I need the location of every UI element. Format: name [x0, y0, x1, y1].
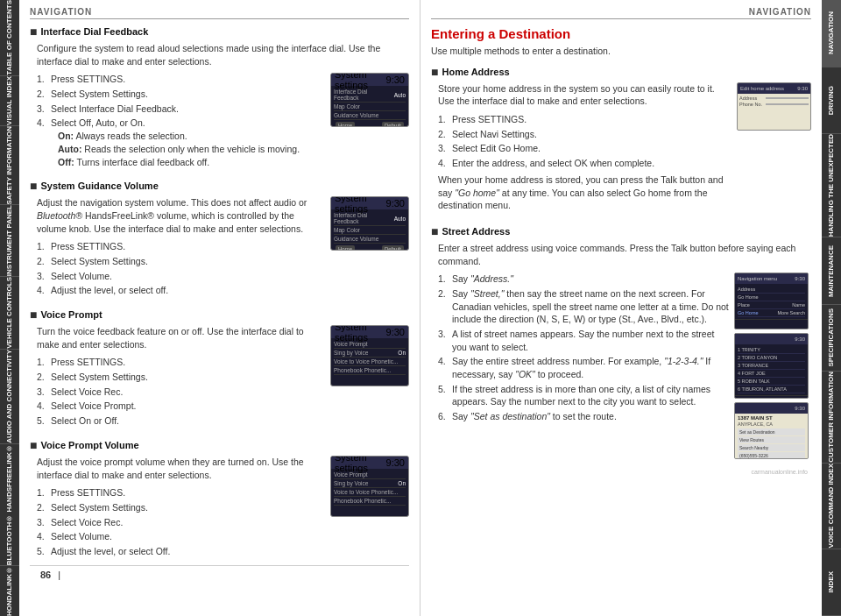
vpv-step-2: 2.Select System Settings.	[37, 501, 323, 514]
gv-step-3: 3.Select Volume.	[37, 270, 323, 283]
footer-bar: |	[58, 570, 60, 580]
sa-step-1: 1.Say "Address."	[438, 273, 729, 286]
idf-step-1: 1.Press SETTINGS.	[37, 73, 323, 86]
sidebar-item-maintenance[interactable]: MAINTENANCE	[822, 237, 841, 305]
bullet-icon: ■	[431, 65, 438, 79]
street-address-content: 1.Say "Address." 2.Say "Street," then sa…	[431, 273, 811, 459]
idf-screenshot: System settings 9:30 Interface Dial Feed…	[330, 73, 409, 127]
voice-prompt-intro: Turn the voice feedback feature on or of…	[37, 325, 323, 350]
bullet-icon: ■	[431, 224, 438, 238]
left-nav-header: NAVIGATION	[30, 7, 409, 19]
guidance-volume-heading: ■ System Guidance Volume	[30, 181, 409, 193]
vp-step-2: 2.Select System Settings.	[37, 371, 323, 384]
voice-prompt-volume-heading: ■ Voice Prompt Volume	[30, 440, 409, 452]
vpv-step-5: 5.Adjust the level, or select Off.	[37, 545, 323, 558]
ha-step-3: 3.Select Edit Go Home.	[438, 142, 730, 155]
ha-step-4: 4.Enter the address, and select OK when …	[438, 157, 730, 170]
sidebar-item-index[interactable]: INDEX	[822, 549, 841, 617]
sidebar-item-specifications[interactable]: SPECIFICATIONS	[822, 305, 841, 372]
voice-prompt-volume-content: Adjust the voice prompt volume when they…	[30, 456, 409, 562]
entering-destination-heading: Entering a Destination	[431, 26, 811, 41]
sa-step-3: 3.A list of street names appears. Say th…	[438, 328, 729, 353]
right-sidebar: NAVIGATION DRIVING HANDLING THE UNEXPECT…	[822, 0, 841, 616]
gv-screenshot: System settings 9:30 Interface Dial Feed…	[330, 196, 409, 251]
interface-dial-feedback-content: 1.Press SETTINGS. 2.Select System Settin…	[30, 73, 409, 172]
bullet-icon: ■	[30, 438, 37, 452]
vp-step-1: 1.Press SETTINGS.	[37, 356, 323, 369]
guidance-volume-content: Adjust the navigation system volume. Thi…	[30, 196, 409, 301]
vpv-step-3: 3.Select Voice Rec.	[37, 516, 323, 529]
sa-step-6: 6.Say "Set as destination" to set the ro…	[438, 410, 729, 423]
sidebar-item-navigation[interactable]: NAVIGATION	[822, 0, 841, 67]
street-address-intro: Enter a street address using voice comma…	[438, 242, 811, 267]
vp-step-3: 3.Select Voice Rec.	[37, 386, 323, 399]
sa-step-list: 1.Say "Address." 2.Say "Street," then sa…	[438, 273, 729, 423]
main-content: NAVIGATION ■ Interface Dial Feedback Con…	[19, 0, 822, 616]
voice-prompt-heading: ■ Voice Prompt	[30, 309, 409, 322]
content-columns: NAVIGATION ■ Interface Dial Feedback Con…	[19, 0, 822, 616]
sidebar-item-bluetooth[interactable]: BLUETOOTH® HANDSFREELINK®	[0, 444, 19, 566]
ha-step-list: 1.Press SETTINGS. 2.Select Navi Settings…	[438, 113, 730, 170]
left-column: NAVIGATION ■ Interface Dial Feedback Con…	[19, 0, 420, 616]
sidebar-item-audio-connectivity[interactable]: AUDIO AND CONNECTIVITY	[0, 350, 19, 444]
home-address-intro: Store your home address in the system so…	[438, 82, 730, 108]
sidebar-item-visual-index[interactable]: VISUAL INDEX	[0, 76, 19, 126]
bullet-icon: ■	[30, 25, 37, 39]
guidance-volume-intro: Adjust the navigation system volume. Thi…	[37, 196, 323, 235]
sa-step-5: 5.If the street address is in more than …	[438, 383, 729, 408]
sidebar-item-vehicle-controls[interactable]: VEHICLE CONTROLS	[0, 277, 19, 350]
right-column: NAVIGATION Entering a Destination Use mu…	[420, 0, 822, 616]
home-address-screenshot: Edit home address 9:30 Address Phone No.	[737, 82, 811, 131]
ha-step-1: 1.Press SETTINGS.	[438, 113, 730, 126]
street-address-steps: 1.Say "Address." 2.Say "Street," then sa…	[431, 273, 729, 427]
sidebar-item-customer-information[interactable]: CUSTOMER INFORMATION	[822, 372, 841, 464]
vp-step-list: 1.Press SETTINGS. 2.Select System Settin…	[37, 356, 323, 427]
idf-step-4: 4. Select Off, Auto, or On. On: Always r…	[37, 117, 323, 168]
interface-dial-feedback-heading: ■ Interface Dial Feedback	[30, 26, 409, 39]
gv-step-1: 1.Press SETTINGS.	[37, 240, 323, 253]
vp-screenshot: System settings 9:30 Voice Prompt Sing b…	[330, 325, 409, 386]
home-address-note: When your home address is stored, you ca…	[438, 173, 730, 212]
idf-step-2: 2.Select System Settings.	[37, 88, 323, 101]
sa-step-4: 4.Say the entire street address number. …	[438, 355, 729, 380]
vpv-intro: Adjust the voice prompt volume when they…	[37, 456, 323, 481]
bullet-icon: ■	[30, 308, 37, 322]
interface-dial-feedback-intro: Configure the system to read aloud selec…	[37, 42, 409, 67]
sidebar-item-instrument-panel[interactable]: INSTRUMENT PANEL	[0, 205, 19, 277]
vpv-step-list: 1.Press SETTINGS. 2.Select System Settin…	[37, 486, 323, 557]
idf-step-list: 1.Press SETTINGS. 2.Select System Settin…	[37, 73, 323, 168]
home-address-content: Store your home address in the system so…	[431, 82, 811, 217]
nav-menu-screenshot: Navigation menu 9:30 Address Go Home Pla…	[734, 273, 809, 329]
sidebar-item-safety-information[interactable]: SAFETY INFORMATION	[0, 126, 19, 205]
page-footer: 86 |	[30, 565, 409, 584]
city-list-screenshot: 9:30 1 TRINITY 2 TORO CANYON 3 TORRANCE …	[734, 333, 809, 399]
vpv-step-1: 1.Press SETTINGS.	[37, 486, 323, 499]
voice-prompt-steps: Turn the voice feedback feature on or of…	[30, 325, 323, 431]
guidance-volume-steps: Adjust the navigation system volume. Thi…	[30, 196, 323, 301]
destination-map-screenshot: 9:30 1387 MAIN ST ANYPLACE, CA Set as De…	[734, 402, 809, 459]
left-sidebar: TABLE OF CONTENTS VISUAL INDEX SAFETY IN…	[0, 0, 19, 616]
gv-step-2: 2.Select System Settings.	[37, 255, 323, 268]
street-address-heading: ■ Street Address	[431, 226, 811, 238]
sidebar-item-voice-command-index[interactable]: VOICE COMMAND INDEX	[822, 464, 841, 549]
sidebar-item-handling-unexpected[interactable]: HANDLING THE UNEXPECTED	[822, 134, 841, 237]
interface-dial-feedback-steps: 1.Press SETTINGS. 2.Select System Settin…	[30, 73, 323, 172]
vp-step-5: 5.Select On or Off.	[37, 414, 323, 428]
gv-step-list: 1.Press SETTINGS. 2.Select System Settin…	[37, 240, 323, 297]
vp-step-4: 4.Select Voice Prompt.	[37, 400, 323, 413]
sa-step-2: 2.Say "Street," then say the street name…	[438, 287, 729, 326]
sidebar-item-table-of-contents[interactable]: TABLE OF CONTENTS	[0, 0, 19, 76]
sidebar-item-hondalink[interactable]: HONDALINK®	[0, 566, 19, 616]
watermark: carmanualonline.info	[751, 469, 808, 475]
vpv-step-4: 4.Select Volume.	[37, 530, 323, 543]
voice-prompt-volume-steps: Adjust the voice prompt volume when they…	[30, 456, 323, 562]
ha-step-2: 2.Select Navi Settings.	[438, 128, 730, 141]
entering-destination-intro: Use multiple methods to enter a destinat…	[431, 45, 811, 58]
home-address-heading: ■ Home Address	[431, 67, 811, 79]
watermark-container: carmanualonline.info	[431, 459, 811, 477]
voice-prompt-content: Turn the voice feedback feature on or of…	[30, 325, 409, 431]
idf-step-3: 3.Select Interface Dial Feedback.	[37, 103, 323, 116]
sidebar-item-driving[interactable]: DRIVING	[822, 67, 841, 135]
vpv-screenshot: System settings 9:30 Voice Prompt Sing b…	[330, 456, 409, 517]
bullet-icon: ■	[30, 179, 37, 193]
